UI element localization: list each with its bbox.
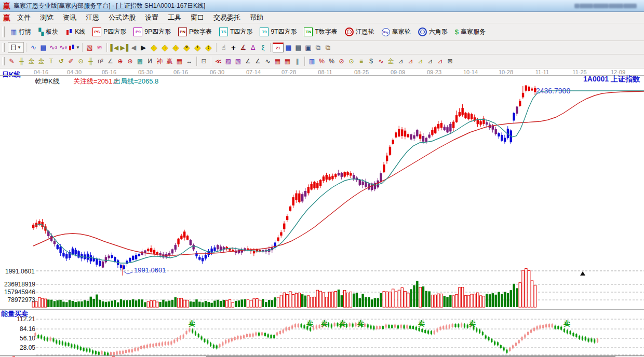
close-tool-icon[interactable]: ⊠ [445,57,455,66]
shade-box-icon[interactable]: ▧ [233,57,243,66]
wave-count-icon[interactable]: И [145,57,155,66]
remote-icon[interactable]: ⧉ [323,43,333,52]
intraday-icon[interactable]: ∿ [29,43,38,52]
first-bar-icon[interactable]: ▌◀ [109,43,119,52]
tb1-p-square[interactable]: PSP四方形 [89,26,130,38]
menu-item-浏览[interactable]: 浏览 [35,12,58,23]
save-icon[interactable]: ▣ [303,43,313,52]
gann-draw-icon[interactable]: ✎ [7,57,17,66]
period-day-button[interactable]: 日▼ [8,42,24,53]
shen-tool-icon[interactable]: 神 [155,57,165,66]
diamond-hswing-icon[interactable]: ◆↔ [171,43,181,52]
tb1-sectors[interactable]: ▚板块 [35,26,62,38]
wave9-icon[interactable]: ∿9 [58,43,68,52]
tb1-t-number-table[interactable]: TNT数字表 [300,26,341,38]
list-icon[interactable]: ▥ [307,57,317,66]
diamond-right-icon[interactable]: ◆→ [160,43,170,52]
gold-line2-icon[interactable]: 金 [36,57,46,66]
chart-workspace[interactable]: 日K线 乾坤K线 关注线=2051.2 出局线=2065.8 1A0001 上证… [0,68,644,357]
tb1-hexagon[interactable]: 六角形 [414,26,451,38]
report-icon[interactable]: ▤ [38,43,48,52]
menu-item-交易委托[interactable]: 交易委托 [209,12,245,23]
n-square-icon[interactable]: n² [96,57,105,66]
calculator-icon[interactable]: ▦ [284,43,293,52]
box-tool-icon[interactable]: ⊡ [199,57,209,66]
percent-red-icon[interactable]: % [317,57,327,66]
comb-icon[interactable]: ╫ [86,57,96,66]
percent-circle-icon[interactable]: ⊘ [337,57,346,66]
spiral-icon[interactable]: ↺ [56,57,66,66]
red-grid2-icon[interactable]: ▦ [283,57,292,66]
volume-axis-label: 78972973 [3,296,35,304]
tb1-t-square[interactable]: TST四方形 [216,26,256,38]
candle-style-icon[interactable]: ▼ [68,43,80,52]
fib-icon[interactable]: Ŧ [46,57,56,66]
titlebar-blurred-item [609,4,623,8]
gold-box-icon[interactable]: 金 [386,57,396,66]
wave3-icon[interactable]: ∿3 [48,43,58,52]
histogram-icon[interactable]: ≋ [95,43,104,52]
menu-item-江恩[interactable]: 江恩 [81,12,104,23]
sell-signal: 卖 [564,319,570,328]
menu-item-公式选股[interactable]: 公式选股 [104,12,140,23]
angle-line-icon[interactable]: ∠ [105,57,115,66]
tb1-t9-square[interactable]: T99T四方形 [256,26,300,38]
wave-red-icon[interactable]: ∿ [376,57,386,66]
menu-item-设置[interactable]: 设置 [140,12,163,23]
angle-shen-icon[interactable]: ⊿ [425,57,435,66]
ying-tool-icon[interactable]: 赢 [165,57,175,66]
gold-levels-icon[interactable]: ≡ [356,57,366,66]
gold-line1-icon[interactable]: 金 [26,57,36,66]
network-icon[interactable]: ⧉ [313,43,323,52]
diamond-cross-icon[interactable]: ◆✕ [182,43,192,52]
tb1-market-quotes[interactable]: ▦行情 [7,26,35,38]
prev-bar-icon[interactable]: ◀ [129,43,139,52]
grid123-icon[interactable]: ▦ [175,57,184,66]
menu-item-资讯[interactable]: 资讯 [58,12,81,23]
tb1-winner-service[interactable]: $赢家服务 [451,26,489,38]
angle-measure-icon[interactable]: ∡ [238,43,248,52]
zigzag-icon[interactable]: ∿ [263,57,273,66]
span-icon[interactable]: ↔ [184,57,194,66]
tb1-p-number-table[interactable]: PNP数字表 [175,26,216,38]
fan-box-icon[interactable]: ▨ [223,57,233,66]
web-icon[interactable]: ▩ [135,57,145,66]
angle-j-icon[interactable]: ⊿ [396,57,406,66]
menu-item-窗口[interactable]: 窗口 [186,12,209,23]
angle-gold-icon[interactable]: ⊿ [415,57,425,66]
parallel-icon[interactable]: ∥ [292,57,302,66]
tb1-winner-wheel[interactable]: Big赢家轮 [378,26,414,38]
fan-lines-icon[interactable]: ≪ [213,57,223,66]
tb1-kline[interactable]: K线 [62,26,89,38]
tb1-p9-square[interactable]: P99P四方形 [130,26,175,38]
trend-angle1-icon[interactable]: ∠ [243,57,253,66]
diamond-left-icon[interactable]: ◆← [149,43,159,52]
red-grid1-icon[interactable]: ▦ [273,57,283,66]
gold-circle-icon[interactable]: ⊙ [346,57,356,66]
circle-cycle-icon[interactable]: ⊙ [76,57,86,66]
trend-angle2-icon[interactable]: ∠ [253,57,263,66]
percent-icon[interactable]: % [327,57,337,66]
target-icon[interactable]: ⊕ [115,57,125,66]
teal-tool-icon[interactable]: ξ [258,43,268,52]
price-tool-icon[interactable]: $ [366,57,376,66]
gann-grid-icon[interactable]: ╫ [17,57,26,66]
menu-item-文件[interactable]: 文件 [12,12,35,23]
hand-icon[interactable]: ☝ [219,43,229,52]
menu-item-帮助[interactable]: 帮助 [245,12,268,23]
calendar-icon[interactable]: 21 [273,43,284,52]
diamond-plus-icon[interactable]: ◆+ [193,43,203,52]
tb1-gann-wheel[interactable]: 江恩轮 [341,26,378,38]
purple-tool-icon[interactable]: ∆ [248,43,258,52]
notes-icon[interactable]: ▤ [293,43,303,52]
next-bar-icon[interactable]: ▶ [139,43,149,52]
diamond-vswing-icon[interactable]: ◆↕ [204,43,213,52]
menu-item-工具[interactable]: 工具 [163,12,186,23]
crosshair-icon[interactable]: + [229,43,238,52]
starburst-icon[interactable]: ⊛ [125,57,135,66]
last-bar-icon[interactable]: ▶▐ [119,43,129,52]
pencil-rule-icon[interactable]: ✐ [66,57,76,66]
angle-f-icon[interactable]: ⊿ [406,57,415,66]
angle-ying-icon[interactable]: ⊿ [435,57,445,66]
pattern-icon[interactable]: ▧ [85,43,95,52]
